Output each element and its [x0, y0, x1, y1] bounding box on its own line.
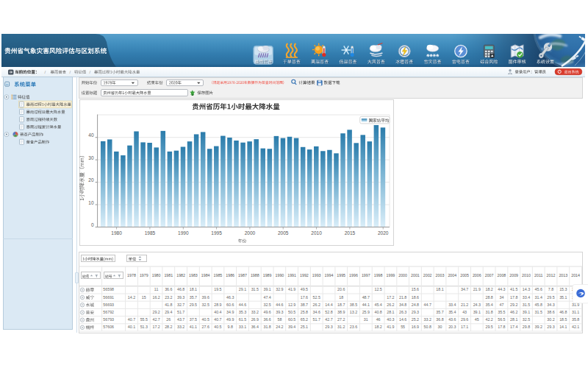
svg-text:40: 40 [88, 132, 94, 138]
svg-text:2000: 2000 [245, 230, 256, 236]
svg-text:20: 20 [88, 177, 94, 183]
svg-text:1985: 1985 [145, 230, 156, 236]
svg-text:/: / [90, 70, 91, 74]
svg-text:1995: 1995 [211, 230, 222, 236]
svg-text:1980: 1980 [111, 230, 122, 236]
svg-text:1990: 1990 [178, 230, 189, 236]
svg-text:2020: 2020 [378, 230, 389, 236]
svg-text:2005: 2005 [278, 230, 289, 236]
svg-text:2015: 2015 [345, 230, 356, 236]
svg-text:2010: 2010 [311, 230, 322, 236]
svg-text:10: 10 [88, 200, 94, 205]
svg-text:/: / [45, 70, 46, 74]
svg-text:/: / [70, 70, 71, 74]
svg-text:0: 0 [91, 222, 94, 227]
svg-text:30: 30 [88, 155, 94, 160]
